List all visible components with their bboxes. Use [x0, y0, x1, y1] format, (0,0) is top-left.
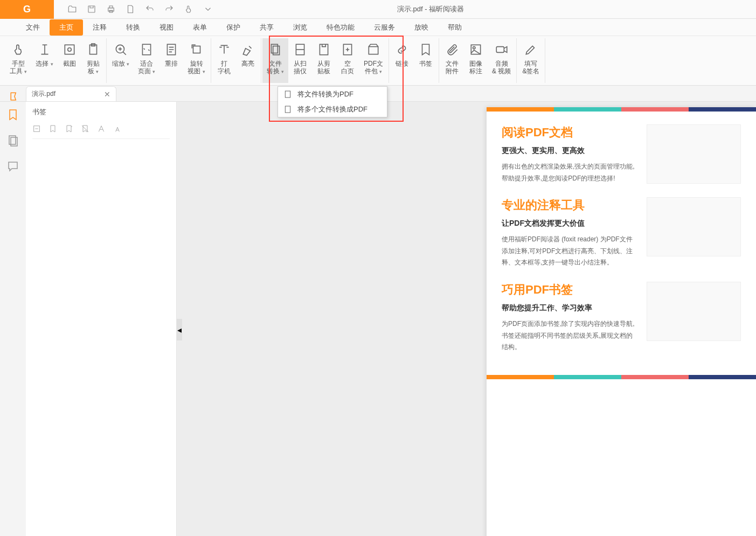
menu-主页[interactable]: 主页 [50, 19, 83, 36]
qat-dropdown-icon[interactable] [203, 4, 213, 14]
convert-multi-to-pdf[interactable]: 将多个文件转换成PDF [278, 102, 387, 117]
highlight-button[interactable]: 高亮 [236, 38, 260, 83]
ribbon-label: 从剪 贴板 [317, 60, 330, 75]
menu-表单[interactable]: 表单 [183, 19, 217, 36]
bookmark-icon[interactable] [6, 108, 19, 121]
from-scanner-button[interactable]: 从扫 描仪 [288, 38, 312, 83]
menu-转换[interactable]: 转换 [116, 19, 150, 36]
rotate-view-icon [190, 41, 204, 58]
expand-icon[interactable] [32, 124, 41, 135]
collapse-handle[interactable]: ◂ [177, 319, 182, 340]
audio-video-icon [495, 41, 509, 58]
menu-注释[interactable]: 注释 [83, 19, 116, 36]
link-button[interactable]: 链接 [390, 38, 414, 83]
blank-page-icon [341, 41, 355, 58]
select-button[interactable]: 选择 ▾ [31, 38, 57, 83]
svg-rect-4 [65, 45, 74, 54]
file-attach-icon [445, 41, 459, 58]
dropdown-label: 将文件转换为PDF [297, 89, 353, 99]
document-tab-label: 演示.pdf [32, 89, 56, 99]
file-attach-button[interactable]: 文件 附件 [440, 38, 464, 83]
fill-sign-icon [524, 41, 538, 58]
font-smaller-icon[interactable] [113, 124, 122, 135]
app-logo[interactable]: G [0, 0, 54, 19]
section-heading: 专业的注释工具 [502, 197, 638, 213]
svg-rect-15 [320, 44, 328, 55]
redo-icon[interactable] [164, 4, 174, 14]
file-convert-icon [268, 41, 282, 58]
svg-rect-0 [88, 6, 95, 12]
typewriter-button[interactable]: 打 字机 [212, 38, 236, 83]
delete-bookmark-icon[interactable] [81, 124, 89, 135]
quick-access-toolbar [54, 4, 213, 14]
link-icon [395, 41, 409, 58]
hand-tool-button[interactable]: 手型 工具 ▾ [5, 38, 31, 83]
convert-to-pdf[interactable]: 将文件转换为PDF [278, 87, 387, 102]
font-larger-icon[interactable] [97, 124, 106, 135]
ribbon-label: 截图 [63, 60, 76, 67]
image-annot-button[interactable]: 图像 标注 [464, 38, 488, 83]
svg-rect-24 [285, 91, 290, 98]
svg-rect-17 [369, 47, 378, 54]
rotate-view-button[interactable]: 旋转 视图 ▾ [183, 38, 209, 83]
file-convert-dropdown: 将文件转换为PDF将多个文件转换成PDF [278, 86, 387, 117]
fit-page-button[interactable]: 适合 页面 ▾ [134, 38, 159, 83]
menu-共享[interactable]: 共享 [250, 19, 283, 36]
ribbon-label: 适合 页面 ▾ [138, 60, 155, 75]
menu-视图[interactable]: 视图 [150, 19, 183, 36]
from-clipboard-button[interactable]: 从剪 贴板 [312, 38, 336, 83]
document-tab[interactable]: 演示.pdf ✕ [26, 86, 116, 101]
highlight-icon [241, 41, 255, 58]
menu-保护[interactable]: 保护 [217, 19, 250, 36]
bookmark-tab-icon[interactable] [0, 92, 26, 101]
reflow-button[interactable]: 重排 [159, 38, 183, 83]
from-clipboard-icon [317, 41, 331, 58]
section-subheading: 让PDF文档发挥更大价值 [502, 219, 638, 228]
bookmark-btn-button[interactable]: 书签 [414, 38, 438, 83]
zoom-icon [114, 41, 128, 58]
menu-浏览[interactable]: 浏览 [283, 19, 317, 36]
ribbon-label: 手型 工具 ▾ [10, 60, 27, 75]
from-scanner-icon [293, 41, 307, 58]
page-icon[interactable] [126, 4, 135, 14]
section-heading: 巧用PDF书签 [502, 282, 638, 298]
print-icon[interactable] [106, 4, 116, 14]
titlebar: G 演示.pdf - 福昕阅读器 [0, 0, 756, 19]
menu-云服务[interactable]: 云服务 [364, 19, 405, 36]
pdf-package-button[interactable]: PDF文 件包 ▾ [359, 38, 387, 83]
clipboard-button[interactable]: 剪贴 板 ▾ [81, 38, 105, 83]
section-body: 使用福昕PDF阅读器 (foxit reader) 为PDF文件添加注释,可对P… [502, 234, 638, 269]
ribbon-label: 音频 & 视频 [492, 60, 511, 75]
new-bookmark-icon[interactable] [65, 124, 73, 135]
undo-icon[interactable] [145, 4, 155, 14]
doc-section: 巧用PDF书签帮助您提升工作、学习效率为PDF页面添加书签,除了实现内容的快速导… [487, 269, 756, 353]
menu-文件[interactable]: 文件 [16, 19, 50, 36]
clipboard-icon [86, 41, 100, 58]
screenshot-button[interactable]: 截图 [58, 38, 81, 83]
menu-放映[interactable]: 放映 [405, 19, 438, 36]
comments-icon[interactable] [6, 160, 19, 173]
pages-icon[interactable] [6, 134, 19, 147]
ribbon-label: 空 白页 [341, 60, 354, 75]
doc-section: 专业的注释工具让PDF文档发挥更大价值使用福昕PDF阅读器 (foxit rea… [487, 184, 756, 269]
save-icon[interactable] [87, 4, 96, 14]
touch-icon[interactable] [184, 4, 193, 14]
open-icon[interactable] [67, 4, 77, 14]
close-icon[interactable]: ✕ [104, 90, 110, 99]
section-subheading: 更强大、更实用、更高效 [502, 146, 638, 156]
bookmark-btn-icon [419, 41, 433, 58]
menu-帮助[interactable]: 帮助 [438, 19, 471, 36]
audio-video-button[interactable]: 音频 & 视频 [488, 38, 515, 83]
section-thumbnail [647, 282, 741, 341]
add-bookmark-icon[interactable] [48, 124, 57, 135]
ribbon-label: 旋转 视图 ▾ [188, 60, 205, 75]
document-canvas[interactable]: ◂ 阅读PDF文档更强大、更实用、更高效拥有出色的文档渲染效果,强大的页面管理功… [177, 102, 756, 536]
menu-特色功能[interactable]: 特色功能 [317, 19, 364, 36]
svg-rect-2 [109, 6, 113, 8]
fill-sign-button[interactable]: 填写 &签名 [518, 38, 544, 83]
zoom-button[interactable]: 缩放 ▾ [108, 38, 134, 83]
sidebar [0, 102, 26, 536]
doc-section: 阅读PDF文档更强大、更实用、更高效拥有出色的文档渲染效果,强大的页面管理功能,… [487, 112, 756, 184]
file-convert-button[interactable]: 文件 转换 ▾ [262, 38, 288, 83]
blank-page-button[interactable]: 空 白页 [336, 38, 359, 83]
